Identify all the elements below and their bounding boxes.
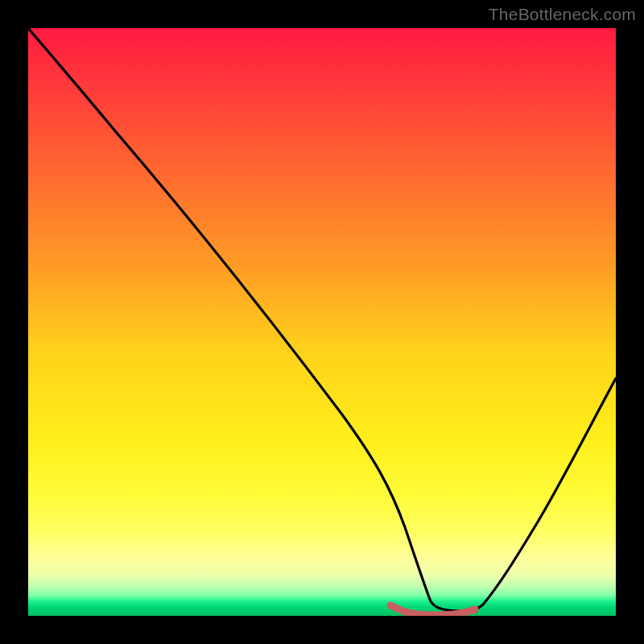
plot-area [28,28,616,616]
watermark-text: TheBottleneck.com [489,5,636,24]
bottleneck-curve-path [28,28,616,611]
chart-frame: TheBottleneck.com [0,0,644,644]
curve-layer [28,28,616,616]
valley-marker-path [390,605,475,615]
